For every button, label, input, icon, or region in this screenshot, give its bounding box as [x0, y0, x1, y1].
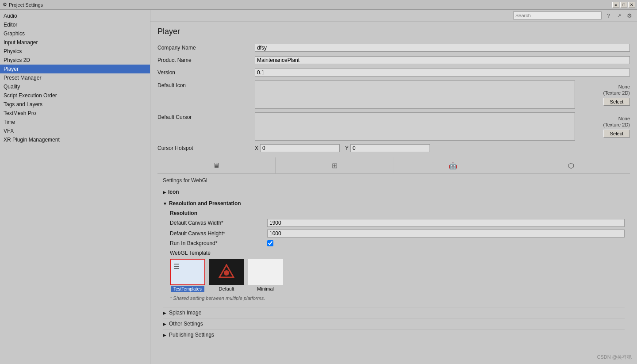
- splash-image-arrow: ▶: [163, 310, 166, 315]
- unity-logo-icon: [219, 264, 234, 280]
- sidebar-item-physics-2d[interactable]: Physics 2D: [0, 56, 150, 65]
- company-name-row: Company Name: [157, 43, 630, 52]
- run-in-background-checkbox[interactable]: [267, 240, 273, 246]
- template-item-default: Default: [209, 259, 244, 292]
- platform-tab-desktop[interactable]: 🖥: [157, 157, 276, 173]
- version-label: Version: [157, 69, 255, 76]
- sidebar-item-quality[interactable]: Quality: [0, 82, 150, 91]
- template-thumbnail-default[interactable]: [209, 259, 244, 285]
- settings-header: Settings for WebGL: [163, 177, 625, 184]
- resolution-title: Resolution: [170, 210, 625, 216]
- title-bar: ⚙ Project Settings ≡ □ ✕: [0, 0, 637, 10]
- sidebar-item-script-execution-order[interactable]: Script Execution Order: [0, 91, 150, 100]
- settings-icon-btn[interactable]: ⚙: [625, 11, 633, 19]
- sidebar-item-tags-and-layers[interactable]: Tags and Layers: [0, 100, 150, 109]
- hotspot-x-input[interactable]: [260, 144, 340, 152]
- canvas-height-input[interactable]: [267, 230, 625, 238]
- resolution-section-title: Resolution and Presentation: [169, 200, 241, 207]
- restore-btn[interactable]: □: [620, 2, 627, 8]
- other-settings-section[interactable]: ▶ Other Settings: [163, 318, 625, 329]
- icon-section-title: Icon: [168, 189, 179, 195]
- product-name-row: Product Name: [157, 56, 630, 65]
- settings-container: Settings for WebGL ▶ Icon ▼ Resolution a…: [157, 174, 630, 344]
- platform-tab-android[interactable]: 🤖: [394, 157, 512, 173]
- content-toolbar: ? ↗ ⚙: [150, 10, 637, 22]
- expand-icon-btn[interactable]: ↗: [615, 11, 623, 19]
- default-icon-area: Default Icon None(Texture 2D) Select: [157, 80, 630, 109]
- hotspot-y-input[interactable]: [350, 144, 430, 152]
- resolution-section-header[interactable]: ▼ Resolution and Presentation: [163, 199, 625, 208]
- sidebar-item-player[interactable]: Player: [0, 65, 150, 73]
- sidebar-item-input-manager[interactable]: Input Manager: [0, 38, 150, 47]
- splash-image-section[interactable]: ▶ Splash Image: [163, 307, 625, 318]
- template-name-test: TestTemplates: [171, 286, 204, 292]
- product-name-label: Product Name: [157, 57, 255, 63]
- default-icon-none-label: None(Texture 2D): [603, 84, 630, 96]
- sidebar-item-vfx[interactable]: VFX: [0, 126, 150, 135]
- canvas-height-label: Default Canvas Height*: [170, 230, 267, 237]
- main-container: Audio Editor Graphics Input Manager Phys…: [0, 10, 637, 364]
- icon-section-arrow: ▶: [163, 190, 166, 195]
- canvas-width-input[interactable]: [267, 219, 625, 227]
- shared-setting-note: * Shared setting between multiple platfo…: [170, 295, 625, 301]
- default-icon-preview-container: None(Texture 2D) Select: [255, 80, 630, 109]
- other-settings-arrow: ▶: [163, 322, 166, 326]
- version-input[interactable]: [255, 69, 630, 77]
- canvas-width-label: Default Canvas Width*: [170, 220, 267, 226]
- icon-section: ▶ Icon: [163, 187, 625, 197]
- default-cursor-side-panel: None(Texture 2D) Select: [577, 115, 630, 138]
- svg-point-1: [224, 270, 229, 276]
- hotspot-x-label: X: [255, 145, 258, 151]
- sidebar-item-audio[interactable]: Audio: [0, 11, 150, 20]
- template-items: ☰ TestTemplates: [170, 259, 625, 292]
- sidebar-item-time[interactable]: Time: [0, 118, 150, 126]
- desktop-icon: 🖥: [213, 161, 220, 169]
- company-name-label: Company Name: [157, 45, 255, 51]
- sidebar-item-xr-plugin-management[interactable]: XR Plugin Management: [0, 135, 150, 144]
- title-bar-icon: ⚙: [3, 2, 7, 8]
- template-name-default: Default: [219, 286, 234, 291]
- sidebar-item-editor[interactable]: Editor: [0, 20, 150, 29]
- sidebar-item-physics[interactable]: Physics: [0, 47, 150, 56]
- default-cursor-preview-container: None(Texture 2D) Select: [255, 112, 630, 141]
- close-btn[interactable]: ✕: [628, 2, 635, 8]
- webgl-template-label: WebGL Template: [170, 250, 625, 256]
- webgl-icon: ⬡: [568, 161, 574, 170]
- hotspot-y-label: Y: [345, 145, 349, 151]
- default-cursor-select-btn[interactable]: Select: [603, 130, 630, 138]
- template-thumbnail-test[interactable]: ☰: [170, 259, 205, 285]
- platform-tab-windows[interactable]: ⊞: [276, 157, 394, 173]
- template-thumbnail-minimal[interactable]: [248, 259, 283, 285]
- android-icon: 🤖: [449, 161, 457, 170]
- template-item-minimal: Minimal: [248, 259, 283, 292]
- version-row: Version: [157, 68, 630, 77]
- default-cursor-preview-box: [255, 112, 575, 141]
- platform-tab-webgl[interactable]: ⬡: [512, 157, 630, 173]
- cursor-hotspot-label: Cursor Hotspot: [157, 145, 255, 151]
- page-content: Player Company Name Product Name Version…: [150, 22, 637, 349]
- publishing-settings-section[interactable]: ▶ Publishing Settings: [163, 329, 625, 340]
- title-bar-controls: ≡ □ ✕: [612, 2, 635, 8]
- resolution-section-content: Resolution Default Canvas Width* Default…: [163, 208, 625, 305]
- run-in-background-label: Run In Background*: [170, 240, 267, 246]
- cursor-hotspot-row: Cursor Hotspot X Y: [157, 144, 630, 152]
- splash-image-title: Splash Image: [169, 310, 201, 316]
- windows-icon: ⊞: [332, 161, 338, 170]
- product-name-input[interactable]: [255, 56, 630, 64]
- content-area: ? ↗ ⚙ Player Company Name Product Name V…: [150, 10, 637, 364]
- default-icon-select-btn[interactable]: Select: [603, 98, 630, 106]
- search-input[interactable]: [513, 11, 602, 19]
- resolution-section-arrow: ▼: [163, 201, 167, 206]
- canvas-width-row: Default Canvas Width*: [170, 219, 625, 227]
- menu-btn[interactable]: ≡: [612, 2, 619, 8]
- sidebar-item-graphics[interactable]: Graphics: [0, 29, 150, 38]
- icon-section-header[interactable]: ▶ Icon: [163, 187, 625, 197]
- company-name-input[interactable]: [255, 44, 630, 52]
- sidebar-item-preset-manager[interactable]: Preset Manager: [0, 73, 150, 82]
- default-icon-preview-box: [255, 80, 575, 109]
- webgl-template-section: WebGL Template ☰ TestTemplates: [170, 250, 625, 292]
- help-icon-btn[interactable]: ?: [604, 11, 612, 19]
- run-in-background-row: Run In Background*: [170, 240, 625, 246]
- canvas-height-row: Default Canvas Height*: [170, 230, 625, 238]
- sidebar-item-textmesh-pro[interactable]: TextMesh Pro: [0, 109, 150, 118]
